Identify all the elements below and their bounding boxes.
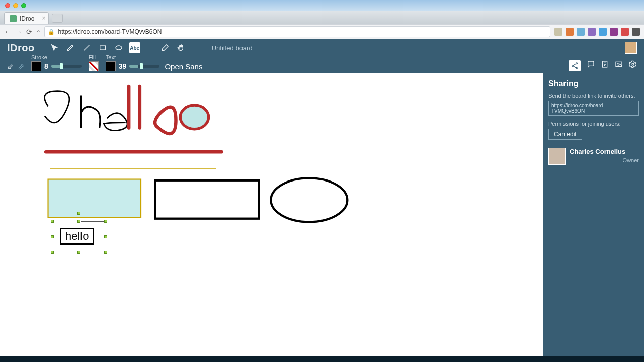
resize-handle-s[interactable] <box>77 251 80 254</box>
document-icon[interactable] <box>601 60 609 71</box>
favicon-icon <box>10 15 17 22</box>
svg-rect-6 <box>616 62 622 66</box>
logo: IDroo <box>7 42 35 54</box>
ellipse-tool[interactable] <box>113 42 124 53</box>
text-element[interactable]: hello <box>60 228 94 245</box>
fit-in-icon[interactable]: ⇙ <box>7 62 14 71</box>
svg-point-1 <box>116 46 122 50</box>
browser-address-bar: ← → ⟳ ⌂ 🔒 https://idroo.com/board-TVMQvv… <box>0 24 644 39</box>
home-button[interactable]: ⌂ <box>36 28 40 36</box>
pen-tool[interactable] <box>65 42 76 53</box>
font-family-select[interactable]: Open Sans <box>165 62 202 71</box>
window-controls <box>0 0 644 11</box>
svg-rect-0 <box>100 46 105 50</box>
line-tool[interactable] <box>81 42 92 53</box>
extension-icon[interactable] <box>610 28 618 36</box>
svg-point-3 <box>572 65 574 67</box>
image-icon[interactable] <box>615 60 623 71</box>
extension-icons <box>554 28 640 36</box>
current-user-avatar[interactable] <box>625 42 637 54</box>
text-color-swatch[interactable] <box>106 61 116 71</box>
resize-handle-se[interactable] <box>104 251 107 254</box>
maximize-window-button[interactable] <box>21 3 26 8</box>
extension-icon[interactable] <box>554 28 562 36</box>
app-toolbar: IDroo Abc Untitled board <box>0 39 644 56</box>
svg-rect-13 <box>155 180 259 219</box>
user-role: Owner <box>570 157 639 163</box>
stroke-label: Stroke <box>31 54 82 60</box>
resize-handle-nw[interactable] <box>51 220 54 223</box>
rotate-handle[interactable] <box>77 212 80 215</box>
url-text: https://idroo.com/board-TVMQvvB6ON <box>58 28 162 35</box>
forward-button[interactable]: → <box>15 28 22 36</box>
fill-color-swatch[interactable] <box>89 61 99 71</box>
share-link-field[interactable]: https://idroo.com/board-TVMQvvB6ON <box>548 101 639 116</box>
fill-label: Fill <box>89 54 99 60</box>
user-avatar <box>548 148 566 165</box>
reload-button[interactable]: ⟳ <box>26 28 32 36</box>
user-row: Charles Cornelius Owner <box>548 148 639 165</box>
share-icon[interactable] <box>569 60 581 71</box>
sharing-panel: Sharing Send the board link to invite ot… <box>543 73 644 356</box>
stroke-color-swatch[interactable] <box>31 61 41 71</box>
lock-icon: 🔒 <box>48 29 55 35</box>
canvas-svg <box>0 73 543 356</box>
back-button[interactable]: ← <box>4 28 11 36</box>
board-title[interactable]: Untitled board <box>212 44 253 52</box>
browser-tab[interactable]: IDroo × <box>4 12 49 24</box>
stroke-options: Stroke 8 <box>31 54 82 71</box>
extension-icon[interactable] <box>599 28 607 36</box>
tool-options-bar: ⇙ ⇗ Stroke 8 Fill Text 39 Open Sans <box>0 56 644 73</box>
menu-icon[interactable] <box>632 28 640 36</box>
select-tool[interactable] <box>49 42 60 53</box>
extension-icon[interactable] <box>566 28 574 36</box>
panel-toggle-icons <box>569 60 637 71</box>
tab-title: IDroo <box>20 15 34 22</box>
extension-icon[interactable] <box>588 28 596 36</box>
whiteboard-canvas[interactable]: hello <box>0 73 543 356</box>
sharing-title: Sharing <box>548 79 639 88</box>
browser-tab-strip: IDroo × <box>0 11 644 24</box>
stroke-size-slider[interactable] <box>51 65 82 68</box>
pan-tool[interactable] <box>176 42 187 53</box>
rectangle-tool[interactable] <box>97 42 108 53</box>
fill-options: Fill <box>89 54 99 71</box>
svg-point-4 <box>576 67 578 69</box>
resize-handle-w[interactable] <box>51 235 54 238</box>
fit-out-icon[interactable]: ⇗ <box>18 62 24 71</box>
app-frame: IDroo Abc Untitled board ⇙ ⇗ Stroke 8 Fi… <box>0 39 644 356</box>
text-label: Text <box>106 54 203 60</box>
resize-handle-ne[interactable] <box>104 220 107 223</box>
svg-rect-12 <box>48 179 141 218</box>
close-window-button[interactable] <box>5 3 10 8</box>
text-options: Text 39 Open Sans <box>106 54 203 71</box>
resize-handle-n[interactable] <box>77 220 80 223</box>
svg-point-8 <box>632 63 634 65</box>
extension-icon[interactable] <box>577 28 585 36</box>
svg-point-14 <box>271 178 347 222</box>
stroke-size-value: 8 <box>44 62 48 70</box>
close-tab-icon[interactable]: × <box>42 15 45 22</box>
text-tool[interactable]: Abc <box>129 42 140 53</box>
user-name: Charles Cornelius <box>570 148 639 155</box>
url-field[interactable]: 🔒 https://idroo.com/board-TVMQvvB6ON <box>44 26 550 37</box>
extension-icon[interactable] <box>621 28 629 36</box>
minimize-window-button[interactable] <box>13 3 18 8</box>
zoom-controls: ⇙ ⇗ <box>7 62 24 71</box>
permissions-label: Permissions for joining users: <box>548 121 639 127</box>
text-size-value: 39 <box>119 62 127 70</box>
main-area: hello Sharing Send the board link to inv… <box>0 73 644 356</box>
eraser-tool[interactable] <box>159 42 171 53</box>
resize-handle-sw[interactable] <box>51 251 54 254</box>
svg-point-9 <box>180 105 208 129</box>
bottom-bar <box>0 356 644 362</box>
sharing-hint: Send the board link to invite others. <box>548 93 639 99</box>
permission-select[interactable]: Can edit <box>548 129 582 140</box>
chat-icon[interactable] <box>587 60 595 71</box>
svg-point-2 <box>576 63 578 64</box>
new-tab-button[interactable] <box>52 14 63 23</box>
settings-icon[interactable] <box>629 60 637 71</box>
svg-point-7 <box>617 63 618 64</box>
text-size-slider[interactable] <box>129 65 159 68</box>
resize-handle-e[interactable] <box>104 235 107 238</box>
